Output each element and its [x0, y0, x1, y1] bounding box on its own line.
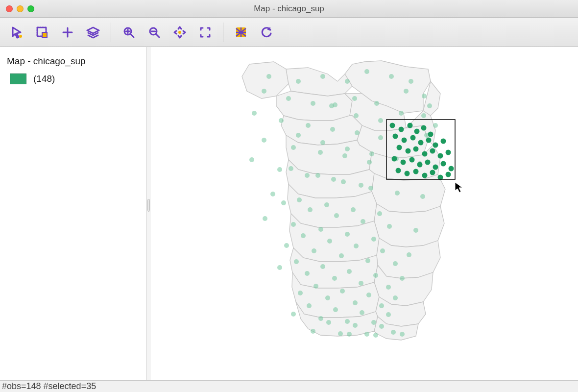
data-point[interactable] [305, 271, 310, 276]
data-point[interactable] [364, 332, 369, 337]
data-point[interactable] [339, 253, 344, 258]
data-point[interactable] [373, 273, 378, 278]
data-point-selected[interactable] [417, 162, 423, 168]
data-point[interactable] [351, 207, 356, 212]
data-point[interactable] [307, 303, 312, 308]
data-point[interactable] [306, 123, 311, 128]
data-point[interactable] [270, 192, 275, 196]
data-point-selected[interactable] [393, 134, 398, 139]
data-point-selected[interactable] [449, 166, 454, 172]
data-point[interactable] [359, 281, 363, 286]
data-point[interactable] [291, 145, 296, 150]
data-point-selected[interactable] [421, 125, 427, 131]
data-point-selected[interactable] [396, 168, 401, 173]
data-point[interactable] [326, 320, 331, 325]
data-point[interactable] [369, 151, 374, 156]
data-point[interactable] [433, 123, 438, 128]
data-point[interactable] [294, 259, 299, 264]
data-point-selected[interactable] [397, 145, 402, 150]
data-point[interactable] [345, 79, 350, 84]
data-point[interactable] [379, 324, 384, 329]
legend-item[interactable]: (148) [7, 74, 140, 84]
data-point[interactable] [313, 284, 318, 289]
data-point[interactable] [395, 191, 400, 196]
data-point[interactable] [364, 69, 369, 74]
data-point[interactable] [342, 153, 347, 158]
data-point[interactable] [329, 103, 334, 108]
data-point-selected[interactable] [408, 123, 413, 128]
data-point[interactable] [312, 248, 316, 253]
data-point[interactable] [360, 310, 364, 315]
data-point[interactable] [320, 74, 325, 79]
splitter-handle[interactable] [147, 47, 151, 380]
data-point[interactable] [399, 111, 404, 116]
zoom-in-button[interactable] [118, 22, 140, 43]
data-point[interactable] [377, 211, 382, 216]
data-point[interactable] [324, 202, 329, 207]
data-point[interactable] [409, 79, 413, 84]
data-point[interactable] [320, 264, 325, 269]
data-point-selected[interactable] [413, 147, 419, 152]
data-point[interactable] [404, 89, 409, 94]
data-point[interactable] [311, 329, 315, 334]
data-point-selected[interactable] [430, 148, 435, 154]
region-polygon[interactable] [276, 91, 352, 121]
data-point[interactable] [327, 239, 332, 244]
map-canvas[interactable] [151, 47, 578, 380]
data-point[interactable] [365, 258, 370, 263]
data-point[interactable] [393, 261, 398, 266]
data-point[interactable] [387, 224, 392, 229]
map-svg[interactable] [151, 47, 578, 380]
data-point[interactable] [291, 222, 296, 227]
data-point[interactable] [279, 118, 284, 123]
data-point[interactable] [301, 233, 306, 238]
data-point[interactable] [353, 300, 358, 305]
data-point[interactable] [353, 323, 358, 328]
data-point-selected[interactable] [441, 161, 446, 167]
data-point[interactable] [291, 312, 296, 317]
data-point[interactable] [315, 173, 320, 178]
data-point[interactable] [367, 160, 372, 165]
data-point-selected[interactable] [390, 123, 395, 128]
data-point-selected[interactable] [413, 169, 419, 174]
legend-panel[interactable]: Map - chicago_sup (148) [0, 47, 147, 380]
data-point[interactable] [374, 101, 379, 106]
data-point[interactable] [277, 265, 282, 270]
data-point[interactable] [361, 219, 365, 224]
data-point[interactable] [355, 130, 360, 135]
data-point[interactable] [296, 133, 301, 138]
data-point-selected[interactable] [446, 172, 451, 177]
data-point[interactable] [371, 320, 376, 325]
pointer-tool-button[interactable] [6, 22, 27, 43]
data-point[interactable] [338, 331, 343, 336]
data-point-selected[interactable] [414, 129, 420, 134]
data-point[interactable] [422, 94, 427, 98]
data-point[interactable] [331, 177, 336, 182]
data-point[interactable] [332, 276, 337, 281]
basemap-button[interactable] [230, 22, 252, 43]
data-point[interactable] [368, 186, 373, 191]
data-point-selected[interactable] [438, 153, 443, 159]
data-point[interactable] [311, 101, 315, 106]
data-point[interactable] [421, 113, 426, 118]
data-point[interactable] [347, 332, 352, 337]
data-point[interactable] [305, 173, 310, 178]
data-point[interactable] [352, 96, 357, 101]
data-point-selected[interactable] [441, 139, 446, 144]
data-point-selected[interactable] [428, 132, 434, 137]
data-point[interactable] [345, 319, 350, 324]
select-rect-tool-button[interactable] [31, 22, 53, 43]
data-point[interactable] [427, 103, 432, 108]
data-point[interactable] [325, 295, 330, 300]
minimize-window-button[interactable] [17, 5, 24, 12]
data-point[interactable] [318, 227, 323, 232]
data-point-selected[interactable] [405, 171, 410, 176]
data-point[interactable] [391, 330, 396, 335]
data-point-selected[interactable] [418, 140, 424, 146]
titlebar[interactable]: Map - chicago_sup [0, 0, 578, 18]
data-point[interactable] [277, 167, 282, 172]
data-point[interactable] [345, 147, 350, 151]
data-point[interactable] [318, 316, 323, 321]
data-point[interactable] [341, 179, 346, 184]
data-point-selected[interactable] [409, 157, 415, 163]
